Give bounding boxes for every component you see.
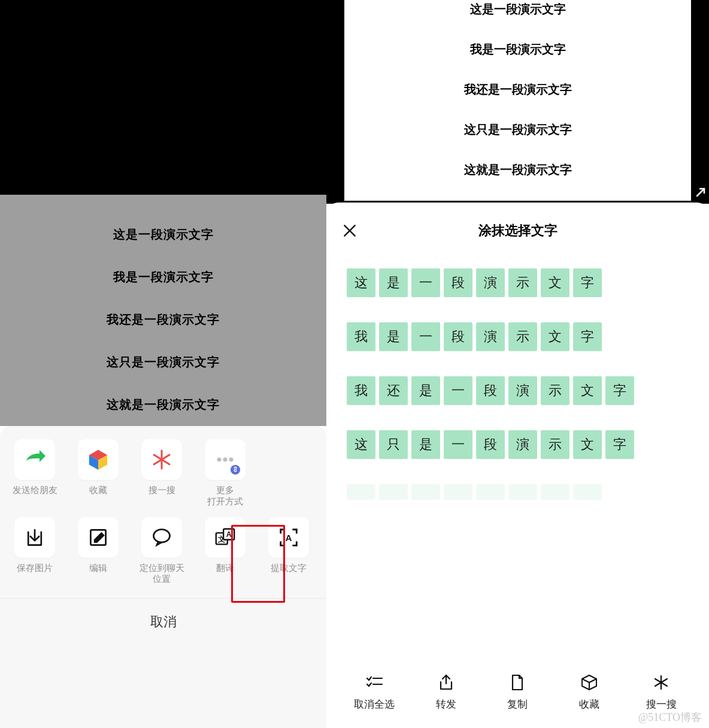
spark-outline-icon xyxy=(653,673,669,691)
left-black-area xyxy=(0,0,326,195)
action-label: 收藏 xyxy=(579,697,599,711)
action-row-2: 保存图片 编辑 xyxy=(8,517,318,585)
svg-point-14 xyxy=(154,529,170,542)
document-icon xyxy=(510,673,525,691)
search-button[interactable]: 搜一搜 xyxy=(135,439,188,508)
svg-line-28 xyxy=(655,679,661,682)
char-box[interactable]: 一 xyxy=(411,322,440,351)
right-image-preview: 这是一段演示文字 我是一段演示文字 我还是一段演示文字 这只是一段演示文字 这就… xyxy=(344,0,691,201)
char-box[interactable]: 我 xyxy=(347,322,375,351)
deselect-all-button[interactable]: 取消全选 xyxy=(344,673,404,711)
action-label: 复制 xyxy=(507,697,528,711)
svg-line-4 xyxy=(162,455,169,460)
char-box[interactable]: 文 xyxy=(541,268,569,297)
share-up-icon xyxy=(438,673,454,691)
tile-label: 定位到聊天 位置 xyxy=(140,563,184,585)
char-box[interactable]: 一 xyxy=(444,430,472,459)
more-open-with-button[interactable]: 更多 打开方式 xyxy=(199,439,252,508)
favorite-button[interactable]: 收藏 xyxy=(559,673,619,711)
char-box[interactable]: 还 xyxy=(379,376,408,405)
forward-button[interactable]: 转发 xyxy=(416,673,476,711)
right-screenshot: 这是一段演示文字 我是一段演示文字 我还是一段演示文字 这只是一段演示文字 这就… xyxy=(326,0,709,728)
char-box[interactable]: 段 xyxy=(444,322,472,351)
cancel-button[interactable]: 取消 xyxy=(8,599,318,642)
char-box[interactable]: 示 xyxy=(508,268,537,297)
char-box[interactable]: 段 xyxy=(476,376,505,405)
svg-line-25 xyxy=(661,682,667,686)
left-image-preview: 这是一段演示文字 我是一段演示文字 我还是一段演示文字 这只是一段演示文字 这就… xyxy=(0,195,326,426)
demo-text-line: 这只是一段演示文字 xyxy=(464,122,572,138)
text-select-panel: 涂抹选择文字 这是一段演示文字 我是一段演示文字 我还是一段演示文字 这只是一段… xyxy=(326,203,709,728)
char-box[interactable]: 我 xyxy=(347,376,375,405)
char-box[interactable]: 演 xyxy=(508,376,537,405)
right-top-preview: 这是一段演示文字 我是一段演示文字 我还是一段演示文字 这只是一段演示文字 这就… xyxy=(326,0,709,201)
mini-program-badge-icon xyxy=(230,464,241,475)
svg-line-27 xyxy=(655,682,661,686)
char-box[interactable]: 文 xyxy=(541,322,569,351)
demo-text-line: 这是一段演示文字 xyxy=(113,226,214,243)
selectable-text-area: 这是一段演示文字 我是一段演示文字 我还是一段演示文字 这只是一段演示文字 xyxy=(326,244,709,663)
char-row-ghost xyxy=(347,484,689,500)
tile-label: 更多 打开方式 xyxy=(207,485,243,508)
demo-text-line: 这就是一段演示文字 xyxy=(107,397,220,413)
action-label: 转发 xyxy=(436,697,456,711)
char-box[interactable]: 一 xyxy=(444,376,472,405)
char-box[interactable]: 字 xyxy=(605,376,634,405)
translate-button[interactable]: 文 A 翻译 xyxy=(199,517,252,585)
search-button[interactable]: 搜一搜 xyxy=(631,673,691,711)
demo-text-line: 我是一段演示文字 xyxy=(470,41,566,58)
black-strip-left xyxy=(326,0,344,201)
demo-text-line: 这是一段演示文字 xyxy=(470,1,566,17)
char-box[interactable]: 文 xyxy=(573,430,602,459)
char-box[interactable]: 示 xyxy=(508,322,537,351)
char-box[interactable]: 演 xyxy=(476,322,505,351)
cube-color-icon xyxy=(87,448,110,471)
tile-label: 收藏 xyxy=(89,485,107,496)
char-box[interactable]: 演 xyxy=(508,430,537,459)
tile-label: 翻译 xyxy=(216,563,234,574)
char-box[interactable]: 只 xyxy=(379,430,408,459)
favorite-button[interactable]: 收藏 xyxy=(72,439,125,508)
char-box[interactable]: 段 xyxy=(476,430,505,459)
char-box[interactable]: 文 xyxy=(573,376,602,405)
char-row: 我还是一段演示文字 xyxy=(347,376,689,405)
char-box[interactable]: 示 xyxy=(541,430,569,459)
svg-line-7 xyxy=(154,460,162,464)
char-box[interactable]: 是 xyxy=(379,268,408,297)
extract-text-button[interactable]: A 提取文字 xyxy=(262,517,315,585)
demo-text-line: 我是一段演示文字 xyxy=(113,269,214,285)
char-box[interactable]: 字 xyxy=(605,430,634,459)
char-box[interactable]: 一 xyxy=(411,268,440,297)
char-box[interactable]: 演 xyxy=(476,268,505,297)
send-to-friends-button[interactable]: 发送给朋友 xyxy=(8,439,61,508)
svg-line-5 xyxy=(162,460,169,464)
tile-label: 搜一搜 xyxy=(149,485,175,496)
spark-icon xyxy=(150,448,174,472)
char-box[interactable]: 是 xyxy=(379,322,408,351)
action-label: 取消全选 xyxy=(354,697,395,711)
char-box[interactable]: 这 xyxy=(347,430,375,459)
char-row: 这只是一段演示文字 xyxy=(347,430,689,459)
svg-point-9 xyxy=(217,458,222,462)
char-box[interactable]: 示 xyxy=(541,376,569,405)
cube-outline-icon xyxy=(581,673,598,691)
action-sheet: 发送给朋友 收藏 xyxy=(0,426,326,728)
translate-icon: 文 A xyxy=(214,526,237,549)
tile-label: 提取文字 xyxy=(271,563,307,574)
char-box[interactable]: 字 xyxy=(573,268,602,297)
char-box[interactable]: 段 xyxy=(444,268,472,297)
edit-button[interactable]: 编辑 xyxy=(72,517,125,585)
expand-arrow-icon[interactable] xyxy=(695,186,707,198)
action-label: 搜一搜 xyxy=(646,697,677,711)
tile-label: 编辑 xyxy=(89,563,107,574)
panel-header: 涂抹选择文字 xyxy=(326,203,709,244)
copy-button[interactable]: 复制 xyxy=(487,673,547,711)
svg-line-8 xyxy=(154,455,162,460)
char-box[interactable]: 这 xyxy=(347,268,375,297)
svg-text:A: A xyxy=(226,530,232,539)
char-box[interactable]: 字 xyxy=(573,322,602,351)
locate-in-chat-button[interactable]: 定位到聊天 位置 xyxy=(135,517,188,585)
char-box[interactable]: 是 xyxy=(411,430,440,459)
char-box[interactable]: 是 xyxy=(411,376,440,405)
save-image-button[interactable]: 保存图片 xyxy=(8,517,61,585)
